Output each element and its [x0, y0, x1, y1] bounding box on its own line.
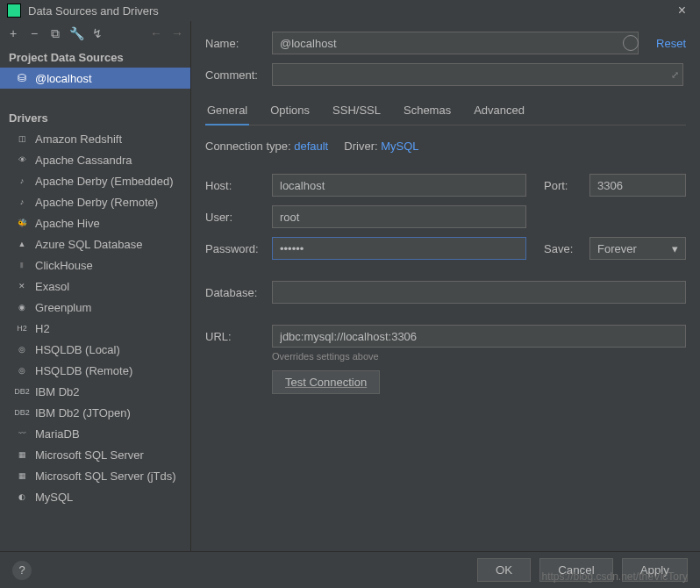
- driver-item[interactable]: ▦Microsoft SQL Server (jTds): [0, 465, 190, 486]
- datasource-item[interactable]: ⛁ @localhost: [0, 68, 190, 89]
- tab-schemas[interactable]: Schemas: [402, 98, 453, 125]
- driver-item[interactable]: ▲Azure SQL Database: [0, 233, 190, 255]
- driver-icon: ▲: [16, 238, 28, 250]
- back-icon[interactable]: ←: [146, 24, 166, 43]
- driver-label: HSQLDB (Remote): [35, 364, 132, 377]
- wrench-icon[interactable]: 🔧: [67, 24, 86, 43]
- user-input[interactable]: [272, 205, 526, 228]
- tab-sshssl[interactable]: SSH/SSL: [331, 98, 382, 125]
- driver-item[interactable]: H2H2: [0, 318, 190, 339]
- connection-type-value[interactable]: default: [294, 140, 328, 153]
- driver-item[interactable]: ▦Microsoft SQL Server: [0, 444, 190, 465]
- comment-label: Comment:: [205, 68, 263, 82]
- driver-icon: ✕: [16, 280, 28, 292]
- driver-icon: DB2: [16, 385, 28, 398]
- driver-item[interactable]: ♪Apache Derby (Embedded): [0, 170, 190, 191]
- database-label: Database:: [205, 286, 263, 299]
- driver-icon: ▦: [16, 448, 28, 461]
- driver-item[interactable]: ⦀ClickHouse: [0, 255, 190, 276]
- password-label: Password:: [205, 242, 263, 255]
- driver-icon: 〰: [16, 427, 28, 440]
- driver-label: Microsoft SQL Server: [35, 448, 144, 462]
- ok-button[interactable]: OK: [477, 558, 531, 582]
- cancel-button[interactable]: Cancel: [539, 558, 613, 582]
- url-hint: Overrides settings above: [272, 351, 686, 362]
- apply-button[interactable]: Apply: [622, 558, 688, 582]
- driver-label: Azure SQL Database: [35, 238, 142, 251]
- database-input[interactable]: [272, 281, 686, 304]
- driver-item[interactable]: 👁Apache Cassandra: [0, 149, 190, 170]
- driver-icon: ◫: [16, 133, 28, 145]
- url-input[interactable]: [272, 325, 686, 348]
- driver-icon: 🐝: [16, 217, 28, 229]
- driver-icon: ♪: [16, 175, 28, 187]
- driver-label: H2: [35, 322, 50, 335]
- driver-item[interactable]: ◉Greenplum: [0, 297, 190, 318]
- port-label: Port:: [544, 179, 581, 192]
- driver-icon: ♪: [16, 196, 28, 208]
- name-input[interactable]: [272, 32, 639, 54]
- driver-label: HSQLDB (Local): [35, 343, 120, 356]
- driver-icon: ⦀: [16, 259, 28, 271]
- driver-label: IBM Db2 (JTOpen): [35, 406, 131, 419]
- driver-label: ClickHouse: [35, 259, 93, 272]
- driver-item[interactable]: ◎HSQLDB (Remote): [0, 360, 190, 381]
- driver-label: Apache Cassandra: [35, 154, 132, 167]
- driver-item[interactable]: ✕Exasol: [0, 276, 190, 297]
- close-icon[interactable]: ×: [671, 3, 693, 18]
- test-connection-button[interactable]: Test Connection: [272, 370, 380, 394]
- user-label: User:: [205, 211, 263, 224]
- save-label: Save:: [544, 242, 581, 255]
- driver-label: MySQL: [35, 491, 73, 504]
- drivers-header: Drivers: [0, 106, 190, 128]
- save-select[interactable]: Forever ▾: [589, 237, 686, 260]
- help-icon[interactable]: ?: [12, 561, 32, 580]
- app-icon: [7, 4, 21, 18]
- driver-item[interactable]: DB2IBM Db2 (JTOpen): [0, 402, 190, 423]
- driver-label: MariaDB: [35, 427, 80, 441]
- tab-options[interactable]: Options: [268, 98, 311, 125]
- driver-icon: DB2: [16, 406, 28, 419]
- tab-general[interactable]: General: [205, 98, 249, 125]
- driver-value[interactable]: MySQL: [381, 140, 418, 153]
- project-data-sources-header: Project Data Sources: [0, 46, 190, 68]
- host-label: Host:: [205, 179, 263, 192]
- tab-advanced[interactable]: Advanced: [472, 98, 526, 125]
- driver-icon: ▦: [16, 470, 28, 482]
- driver-label: Apache Derby (Embedded): [35, 175, 174, 188]
- name-label: Name:: [205, 37, 263, 50]
- host-input[interactable]: [272, 174, 526, 197]
- chevron-down-icon: ▾: [672, 242, 678, 255]
- driver-item[interactable]: ◎HSQLDB (Local): [0, 339, 190, 360]
- reset-name-icon[interactable]: [623, 35, 639, 51]
- driver-label: Apache Hive: [35, 217, 100, 230]
- driver-label: Apache Derby (Remote): [35, 196, 158, 209]
- window-title: Data Sources and Drivers: [28, 4, 671, 18]
- copy-icon[interactable]: ⧉: [46, 24, 65, 43]
- add-icon[interactable]: +: [4, 24, 23, 43]
- driver-item[interactable]: 🐝Apache Hive: [0, 212, 190, 233]
- comment-input[interactable]: [272, 63, 683, 86]
- url-label: URL:: [205, 330, 263, 343]
- forward-icon[interactable]: →: [168, 24, 187, 43]
- database-icon: ⛁: [16, 72, 28, 84]
- driver-icon: ◎: [16, 364, 28, 376]
- driver-label: IBM Db2: [35, 385, 80, 398]
- driver-item[interactable]: DB2IBM Db2: [0, 381, 190, 402]
- driver-label: Exasol: [35, 280, 69, 293]
- driver-icon: ◉: [16, 301, 28, 313]
- refresh-icon[interactable]: ↯: [88, 24, 107, 43]
- driver-item[interactable]: ◫Amazon Redshift: [0, 128, 190, 149]
- port-input[interactable]: [589, 174, 686, 197]
- reset-link[interactable]: Reset: [656, 37, 686, 50]
- password-input[interactable]: [272, 237, 526, 260]
- driver-label: Driver:: [344, 140, 377, 153]
- driver-label: Greenplum: [35, 301, 91, 314]
- driver-icon: 👁: [16, 154, 28, 166]
- driver-item[interactable]: ♪Apache Derby (Remote): [0, 191, 190, 212]
- driver-item[interactable]: 〰MariaDB: [0, 423, 190, 444]
- save-value: Forever: [597, 242, 637, 255]
- remove-icon[interactable]: −: [25, 24, 44, 43]
- expand-icon[interactable]: ⤢: [671, 69, 679, 81]
- driver-item[interactable]: ◐MySQL: [0, 486, 190, 507]
